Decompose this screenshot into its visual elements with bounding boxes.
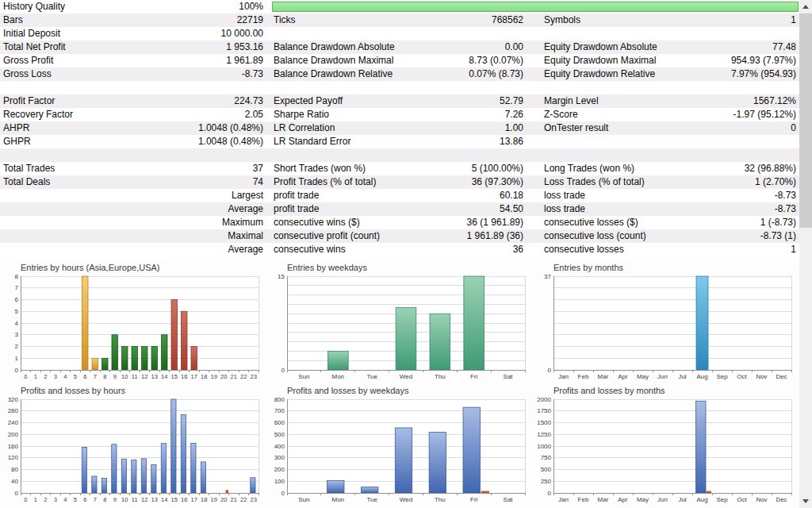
- svg-text:Tue: Tue: [366, 496, 377, 503]
- stats-row: Bars22719Ticks768562Symbols1: [0, 13, 799, 27]
- stat-value: Largest: [232, 189, 263, 202]
- stats-cell: profit trade60.18: [266, 189, 525, 202]
- svg-text:Wed: Wed: [400, 496, 412, 503]
- stat-value: 0.07% (8.73): [469, 67, 523, 81]
- stat-value: 36: [513, 243, 523, 256]
- charts-grid: Entries by hours (Asia,Europe,USA)012345…: [0, 262, 799, 508]
- stats-cell: [525, 27, 799, 40]
- svg-text:0: 0: [24, 373, 27, 380]
- stat-label: Ticks: [274, 13, 296, 27]
- svg-text:8: 8: [15, 273, 19, 280]
- svg-text:0: 0: [24, 496, 27, 503]
- stat-label: Bars: [3, 13, 23, 27]
- stats-cell: LR Standard Error13.86: [266, 135, 525, 148]
- vertical-scrollbar[interactable]: [799, 0, 812, 508]
- svg-text:5: 5: [74, 373, 77, 380]
- svg-text:8: 8: [103, 496, 106, 503]
- scrollbar-thumb[interactable]: [799, 13, 812, 228]
- svg-text:17: 17: [191, 373, 197, 380]
- scroll-up-button[interactable]: [799, 0, 812, 13]
- scroll-down-button[interactable]: [799, 495, 812, 508]
- stat-value: -1.97 (95.12%): [733, 108, 796, 121]
- svg-text:Thu: Thu: [435, 373, 446, 380]
- svg-text:Oct: Oct: [737, 496, 747, 503]
- stat-label: Gross Loss: [3, 67, 52, 81]
- stat-label: GHPR: [3, 135, 31, 148]
- chart-profits-and-losses-by-weekdays: Profits and losses by weekdays0100200300…: [266, 385, 533, 508]
- stat-label: consecutive losses: [544, 243, 624, 256]
- stats-cell: Recovery Factor2.05: [0, 108, 266, 121]
- report-stats-table: History Quality100%Bars22719Ticks768562S…: [0, 0, 799, 256]
- stats-cell: Ticks768562: [266, 13, 525, 27]
- svg-text:100: 100: [274, 478, 285, 485]
- svg-text:1000: 1000: [537, 443, 551, 450]
- svg-text:1: 1: [34, 496, 37, 503]
- svg-text:15: 15: [278, 273, 285, 280]
- stat-label: AHPR: [3, 121, 29, 135]
- stats-cell: Bars22719: [0, 13, 266, 27]
- stats-cell: Sharpe Ratio7.26: [266, 108, 525, 121]
- svg-text:Apr: Apr: [618, 373, 628, 380]
- stats-row: Gross Profit1 961.89Balance Drawdown Max…: [0, 54, 799, 67]
- svg-text:Jul: Jul: [678, 496, 686, 503]
- profits-and-losses-by-months-svg: Profits and losses by months025050075010…: [533, 385, 799, 508]
- stat-label: Balance Drawdown Relative: [274, 67, 393, 81]
- svg-text:0: 0: [548, 367, 552, 374]
- svg-text:0: 0: [548, 490, 552, 497]
- svg-text:0: 0: [282, 490, 285, 497]
- svg-text:Oct: Oct: [737, 373, 747, 380]
- stats-cell: Gross Profit1 961.89: [0, 54, 266, 67]
- stat-value: 10 000.00: [221, 27, 263, 40]
- svg-text:1750: 1750: [537, 407, 551, 414]
- stat-value: 2.05: [245, 108, 263, 121]
- stats-row: GHPR1.0048 (0.48%)LR Standard Error13.86: [0, 135, 799, 148]
- stats-cell: consecutive loss (count)-8.73 (1): [525, 229, 799, 243]
- stat-label: Total Deals: [3, 175, 50, 189]
- svg-text:Mon: Mon: [332, 496, 345, 503]
- stat-label: Loss Trades (% of total): [544, 175, 645, 189]
- stats-cell: LR Correlation1.00: [266, 121, 525, 135]
- stat-value: 37: [253, 162, 263, 175]
- stat-value: 7.26: [505, 108, 523, 121]
- svg-text:22: 22: [240, 496, 247, 503]
- stats-cell: [525, 148, 799, 162]
- stats-cell: [266, 81, 525, 94]
- svg-text:10: 10: [121, 496, 128, 503]
- stats-cell: Maximal: [0, 229, 266, 243]
- svg-text:Sat: Sat: [504, 373, 514, 380]
- svg-text:20: 20: [220, 496, 227, 503]
- svg-text:12: 12: [141, 496, 147, 503]
- svg-text:Fri: Fri: [470, 496, 478, 503]
- stat-value: 768562: [492, 13, 523, 27]
- svg-text:Sun: Sun: [298, 496, 309, 503]
- svg-text:17: 17: [191, 496, 197, 503]
- svg-text:21: 21: [231, 496, 237, 503]
- svg-text:20: 20: [220, 373, 227, 380]
- svg-text:Aug: Aug: [696, 496, 707, 503]
- stats-cell: Gross Loss-8.73: [0, 67, 266, 81]
- chart-profits-and-losses-by-hours: Profits and losses by hours0408012016020…: [0, 385, 266, 508]
- entries-by-hours-asia-europe-usa-svg: Entries by hours (Asia,Europe,USA)012345…: [0, 262, 266, 385]
- stat-value: 77.48: [772, 40, 796, 54]
- stats-cell: Loss Trades (% of total)1 (2.70%): [525, 175, 799, 189]
- stat-value: 52.79: [500, 94, 523, 108]
- stats-cell: Margin Level1567.12%: [525, 94, 799, 108]
- stat-label: profit trade: [274, 189, 319, 202]
- svg-text:16: 16: [181, 373, 187, 380]
- stat-value: Average: [228, 202, 263, 216]
- stat-label: History Quality: [3, 0, 65, 13]
- stat-value: 32 (96.88%): [745, 162, 796, 175]
- svg-text:1: 1: [34, 373, 37, 380]
- chart-title: Profits and losses by hours: [21, 386, 126, 395]
- stat-value: 1 (-8.73): [760, 216, 796, 229]
- stat-value: 0: [791, 121, 796, 135]
- stat-value: 1: [791, 243, 796, 256]
- svg-text:5: 5: [74, 496, 77, 503]
- svg-text:240: 240: [8, 419, 19, 426]
- stats-cell: [525, 135, 799, 148]
- stat-value: 8.73 (0.07%): [469, 54, 523, 67]
- stat-label: loss trade: [544, 189, 585, 202]
- chart-title: Entries by months: [553, 263, 624, 272]
- svg-text:15: 15: [171, 373, 178, 380]
- stats-cell: Z-Score-1.97 (95.12%): [525, 108, 799, 121]
